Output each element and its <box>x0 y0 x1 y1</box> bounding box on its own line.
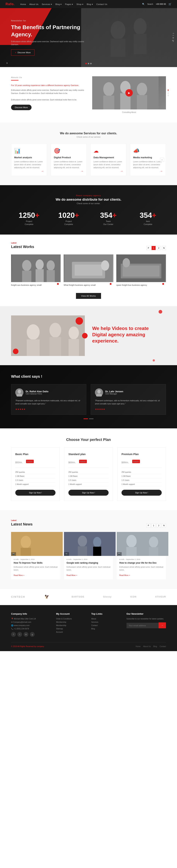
service-media-arrow[interactable]: → <box>160 169 163 173</box>
social-google[interactable]: g+ <box>172 40 174 42</box>
hero-discover-button[interactable]: + Discover More <box>11 50 34 56</box>
nav-item-pages[interactable]: Pages ▾ <box>65 2 73 6</box>
stat-354a-number: 354+ <box>90 211 126 219</box>
help-deco-dot-2 <box>153 359 155 362</box>
nav-links: Home About Us Services ▾ Blog ▾ Pages ▾ … <box>20 2 142 6</box>
news-read-more-3[interactable]: Read More + <box>119 574 130 576</box>
about-image-block: ▶ <box>92 76 166 110</box>
work-card-2: What freight business agency small <box>64 254 113 288</box>
footer-company-title: Company Info <box>11 613 51 615</box>
help-red-circle-top <box>76 317 83 324</box>
footer-google-icon[interactable]: g <box>30 632 35 637</box>
about-side-dot-1[interactable] <box>168 90 169 91</box>
pricing-basic-divider <box>15 467 56 468</box>
pricing-standard-signup-button[interactable]: Sign Up Now ! <box>68 490 109 496</box>
testimonial-avatar-1 <box>15 389 23 397</box>
about-side-dot-4[interactable] <box>168 95 169 96</box>
news-nav-1-button[interactable]: 1 <box>152 523 156 528</box>
works-nav-2-button[interactable]: 2 <box>157 246 161 250</box>
news-nav: P 1 2 N <box>146 523 166 528</box>
svg-point-44 <box>78 536 87 547</box>
testimonials-dot-2[interactable] <box>89 418 93 419</box>
nav-item-blog2[interactable]: Blog ▾ <box>87 2 93 6</box>
about-btn-label: Discover More <box>15 106 28 108</box>
testimonials-title: What client says ! <box>11 374 166 379</box>
footer-account-link-1[interactable]: Order & Conditions <box>56 618 86 620</box>
nav-item-home[interactable]: Home <box>20 2 26 6</box>
service-market-icon: 📊 <box>14 148 44 154</box>
view-all-works-button[interactable]: View All Works <box>76 293 101 299</box>
service-data-title: Data Management <box>93 156 123 159</box>
service-data-arrow[interactable]: → <box>120 169 123 173</box>
pricing-standard-name: Standard plan <box>68 453 109 456</box>
logo[interactable]: Rafo. <box>5 2 15 6</box>
nav-item-services[interactable]: Services ▾ <box>42 2 52 6</box>
footer-account-link-2[interactable]: Membership <box>56 621 86 623</box>
service-digital-arrow[interactable]: → <box>81 169 84 173</box>
footer-newsletter-submit[interactable]: → <box>158 622 166 628</box>
social-facebook[interactable]: f <box>172 33 174 34</box>
footer-account-link-4[interactable]: Sitemap <box>56 628 86 630</box>
svg-rect-7 <box>103 96 114 110</box>
works-nav-1-button[interactable]: 1 <box>152 246 156 250</box>
news-title: Latest News <box>11 522 33 526</box>
cart-icon[interactable]: 🛒 <box>169 3 172 5</box>
footer-bottom-contact[interactable]: Contact <box>160 645 166 647</box>
testimonials-dot-1[interactable] <box>84 418 88 419</box>
news-prev-button[interactable]: P <box>146 523 150 528</box>
nav-item-shop[interactable]: Shop ▾ <box>77 2 84 6</box>
footer-linkedin-icon[interactable]: in <box>24 632 28 637</box>
news-image-2: 📷 <box>64 532 113 556</box>
search-icon[interactable]: 🔍 <box>142 3 145 5</box>
pricing-basic-feature-2: 1 GB Basic <box>15 474 56 478</box>
works-prev-button[interactable]: P <box>146 246 150 250</box>
pricing-standard-feature-1: 250 queries <box>68 470 109 474</box>
footer-toplink-about[interactable]: About <box>91 618 121 620</box>
service-market-arrow[interactable]: → <box>41 169 44 173</box>
about-play-button[interactable]: ▶ <box>125 89 133 97</box>
footer-social-links: f t in g <box>11 632 51 637</box>
footer-account-link-3[interactable]: Membership <box>56 624 86 626</box>
news-header: Latest Latest News P 1 2 N <box>11 519 166 528</box>
news-nav-2-button[interactable]: 2 <box>157 523 161 528</box>
about-side-dot-2[interactable] <box>168 91 169 92</box>
footer-bottom-home[interactable]: Home <box>136 645 141 647</box>
news-card-3: 📷 & Anth. · September 2, 2019 How to cha… <box>117 532 166 579</box>
about-discover-button[interactable]: Discover More <box>11 105 32 110</box>
nav-item-about[interactable]: About Us <box>29 2 38 6</box>
pricing-premium-signup-button[interactable]: Sign Up Now ! <box>121 490 162 496</box>
services-next-button[interactable]: › <box>160 158 164 162</box>
hero-dot-3[interactable] <box>90 63 92 64</box>
works-next-button[interactable]: N <box>162 246 166 250</box>
footer-newsletter-input[interactable] <box>126 623 158 628</box>
help-content: We help Videos to create Digital agency … <box>92 326 166 346</box>
hero-scroll-arrow[interactable]: › <box>6 61 7 65</box>
svg-point-3 <box>134 18 147 35</box>
nav-item-contact[interactable]: Contact Us <box>96 2 107 6</box>
footer-toplink-contact[interactable]: Contact <box>91 624 121 626</box>
about-left: Abouts Us For 10 years working experienc… <box>11 76 85 113</box>
news-next-button[interactable]: N <box>162 523 166 528</box>
social-linkedin[interactable]: in <box>172 37 174 38</box>
footer-bottom-about[interactable]: About Us <box>143 645 151 647</box>
hero-dot-1[interactable] <box>85 63 87 64</box>
news-img-overlay-2: 📷 <box>64 552 69 556</box>
footer-facebook-icon[interactable]: f <box>11 632 16 637</box>
news-read-more-1[interactable]: Read More + <box>13 574 24 576</box>
footer-bottom-blog[interactable]: Blog <box>153 645 157 647</box>
footer-account-link-5[interactable]: Account <box>56 631 86 633</box>
pricing-basic-signup-button[interactable]: Sign Up Now ! <box>15 490 56 496</box>
brand-glossy: Glossy <box>103 595 112 598</box>
footer-twitter-icon[interactable]: t <box>17 632 22 637</box>
service-data-icon: ☁ <box>93 148 123 154</box>
footer-toplink-services[interactable]: Services <box>91 621 121 623</box>
about-side-dot-3[interactable] <box>168 93 169 94</box>
footer-toplink-blog[interactable]: Blog <box>91 628 121 630</box>
pricing-premium-divider <box>121 467 162 468</box>
hero-dot-2[interactable] <box>88 63 89 64</box>
pricing-standard-divider <box>68 467 109 468</box>
news-read-more-2[interactable]: Read More + <box>66 574 77 576</box>
stat-1020-sublabel: Complete <box>51 223 87 225</box>
nav-item-blog[interactable]: Blog ▾ <box>56 2 62 6</box>
social-twitter[interactable]: t <box>172 35 174 36</box>
